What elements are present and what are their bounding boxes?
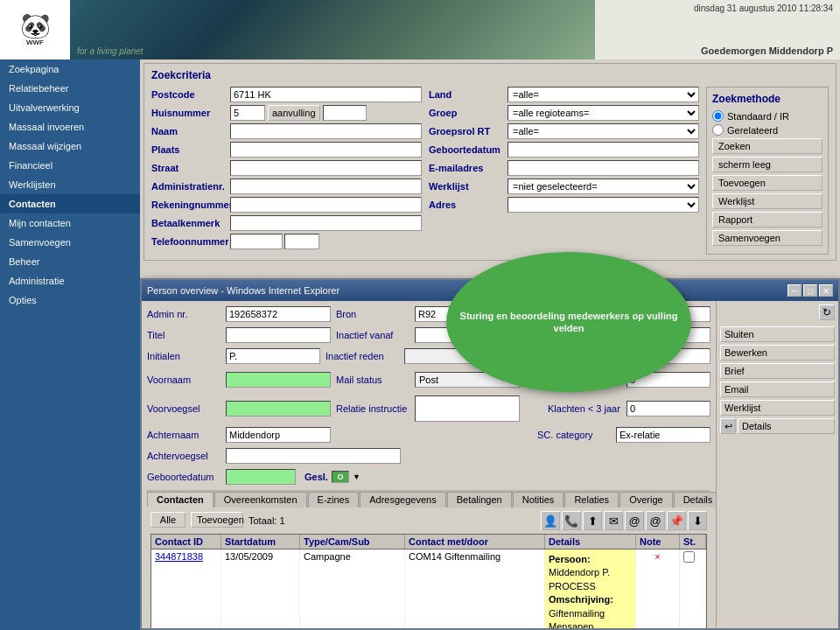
alle-button[interactable]: Alle — [150, 512, 186, 528]
telefoonnummer-input2[interactable] — [284, 234, 319, 249]
werklijst-select[interactable]: =niet geselecteerd= — [508, 178, 699, 194]
maximize-button[interactable]: □ — [803, 284, 817, 297]
samenvoegen-button[interactable]: Samenvoegen — [712, 230, 822, 246]
scherm-leeg-button[interactable]: scherm leeg — [712, 157, 822, 172]
rekeningnummer-input[interactable] — [230, 197, 422, 213]
land-select[interactable]: =alle= — [508, 87, 699, 102]
werklijst-button[interactable]: Werklijst — [712, 193, 822, 209]
sidebar-item-administratie[interactable]: Administratie — [0, 271, 140, 290]
radio-standaard-input[interactable] — [712, 110, 724, 122]
sidebar-item-samenvoegen[interactable]: Samenvoegen — [0, 233, 140, 252]
titlebar-controls: ─ □ ✕ — [788, 284, 833, 297]
werklijst-dialog-button[interactable]: Werklijst — [720, 400, 835, 416]
huisnummer-row: Huisnummer aanvulling — [151, 105, 422, 121]
icon-phone[interactable]: 📞 — [562, 511, 581, 530]
betaalkenmerk-input[interactable] — [230, 215, 422, 231]
st-checkbox[interactable] — [683, 551, 695, 563]
dialog-title: Person overview - Windows Internet Explo… — [147, 285, 340, 296]
tab-overeenkomsten[interactable]: Overeenkomsten — [214, 492, 307, 508]
toevoegen-button[interactable]: Toevoegen — [712, 175, 822, 191]
email-button[interactable]: Email — [720, 382, 835, 397]
initialen-input[interactable] — [226, 348, 320, 364]
contact-id-cell[interactable]: 344871838 — [151, 550, 221, 628]
sidebar-item-uitvalverwerking[interactable]: Uitvalverwerking — [0, 98, 140, 117]
radio-gerelateerd[interactable]: Gerelateerd — [712, 124, 822, 136]
tab-notities[interactable]: Notities — [513, 492, 564, 508]
voorvoegsel-input[interactable] — [226, 401, 331, 416]
refresh-icon[interactable]: ↻ — [819, 304, 835, 320]
close-button[interactable]: ✕ — [819, 284, 833, 297]
sidebar-item-relatiebeheer[interactable]: Relatiebeheer — [0, 79, 140, 98]
icon-up[interactable]: ⬆ — [583, 511, 602, 530]
rapport-button[interactable]: Rapport — [712, 212, 822, 228]
icon-at[interactable]: @ — [625, 511, 644, 530]
bewerken-button[interactable]: Bewerken — [720, 345, 835, 360]
tab-overige[interactable]: Overige — [620, 492, 673, 508]
radio-gerelateerd-input[interactable] — [712, 124, 724, 136]
klachten-input[interactable] — [626, 401, 710, 416]
adres-select[interactable] — [508, 197, 699, 213]
tooltip-text: Sturing en beoordeling medewerkers op vu… — [446, 310, 691, 335]
huisnummer-extra-input[interactable] — [323, 105, 367, 121]
sidebar-item-mijn-contacten[interactable]: Mijn contacten — [0, 214, 140, 233]
details-cell: Persoon: Middendorp P. PROCESS Omschrijv… — [545, 550, 636, 628]
sidebar-item-contacten[interactable]: Contacten — [0, 194, 140, 214]
relatie-instructie-input[interactable] — [415, 396, 520, 422]
tabs-bar: Contacten Overeenkomsten E-zines Adresge… — [147, 490, 710, 508]
radio-standaard-label: Standaard / IR — [727, 111, 789, 122]
zoeken-button[interactable]: Zoeken — [712, 138, 822, 154]
toevoegen-contact-button[interactable]: Toevoegen — [191, 512, 243, 528]
postcode-input[interactable] — [230, 87, 422, 102]
huisnummer-input-group: aanvulling — [230, 105, 367, 121]
sidebar-item-opties[interactable]: Opties — [0, 290, 140, 310]
aanvulling-button[interactable]: aanvulling — [268, 105, 320, 121]
tab-relaties[interactable]: Relaties — [564, 492, 619, 508]
icon-envelope[interactable]: ✉ — [604, 511, 623, 530]
voornaam-input[interactable] — [226, 372, 331, 388]
telefoonnummer-input1[interactable] — [230, 234, 283, 249]
sc-category-input[interactable] — [616, 427, 710, 443]
sluiten-button[interactable]: Sluiten — [720, 326, 835, 342]
greeting: Goedemorgen Middendorp P — [602, 46, 833, 56]
sidebar-item-beheer[interactable]: Beheer — [0, 252, 140, 271]
huisnummer-input[interactable] — [230, 105, 265, 121]
geboortedatum-search-input[interactable] — [508, 142, 699, 158]
administratienr-input[interactable] — [230, 178, 422, 194]
plaats-input[interactable] — [230, 142, 422, 158]
note-cell[interactable]: × — [636, 550, 680, 628]
groep-select[interactable]: =alle regioteams= — [508, 105, 699, 121]
tab-details[interactable]: Details — [674, 492, 716, 508]
geboortedatum-dialog-input[interactable] — [226, 469, 296, 485]
th-contact-met-door: Contact met/door — [405, 535, 545, 549]
sidebar-item-zoekpagina[interactable]: Zoekpagina — [0, 60, 140, 79]
icon-down[interactable]: ⬇ — [688, 511, 707, 530]
minimize-button[interactable]: ─ — [788, 284, 802, 297]
brief-button[interactable]: Brief — [720, 363, 835, 379]
naam-input[interactable] — [230, 123, 422, 139]
sidebar-item-financieel[interactable]: Financieel — [0, 156, 140, 175]
werklijst-label: Werklijst — [429, 181, 508, 192]
emailadres-input[interactable] — [508, 160, 699, 176]
straat-input[interactable] — [230, 160, 422, 176]
achternaam-input[interactable] — [226, 427, 331, 443]
tab-adresgegevens[interactable]: Adresgegevens — [360, 492, 445, 508]
radio-standaard[interactable]: Standaard / IR — [712, 110, 822, 122]
admin-nr-input[interactable] — [226, 306, 331, 322]
icon-pin[interactable]: 📌 — [667, 511, 686, 530]
tab-ezines[interactable]: E-zines — [308, 492, 360, 508]
groepsrol-select[interactable]: =alle= — [508, 123, 699, 139]
tab-betalingen[interactable]: Betalingen — [447, 492, 512, 508]
back-icon[interactable]: ↩ — [720, 418, 736, 434]
gesl-toggle[interactable]: O — [332, 471, 349, 483]
icon-at2[interactable]: @ — [646, 511, 665, 530]
icon-person[interactable]: 👤 — [541, 511, 560, 530]
sidebar-item-werklijsten[interactable]: Werklijsten — [0, 175, 140, 194]
down-arrow-icon[interactable]: ▼ — [353, 472, 360, 481]
top-right-panel: dinsdag 31 augustus 2010 11:28:34 Goedem… — [595, 0, 840, 60]
titel-input[interactable] — [226, 327, 331, 343]
sidebar-item-massaal-wijzigen[interactable]: Massaal wijzigen — [0, 136, 140, 156]
details-button[interactable]: Details — [738, 418, 835, 434]
tab-contacten[interactable]: Contacten — [147, 492, 214, 508]
sidebar-item-massaal-invoeren[interactable]: Massaal invoeren — [0, 117, 140, 136]
achtervoegsel-input[interactable] — [226, 448, 401, 464]
